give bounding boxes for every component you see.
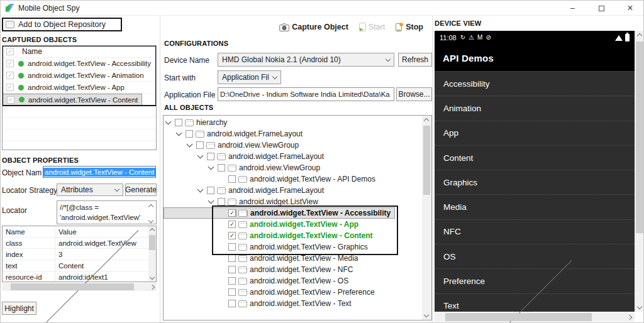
- checkbox-icon[interactable]: [175, 119, 182, 126]
- tree-item-label: android.widget.FrameLayout: [207, 129, 303, 138]
- checkbox-icon[interactable]: [218, 198, 225, 205]
- checkbox-icon[interactable]: [186, 130, 193, 138]
- application-file-input[interactable]: D:\OneDrive - Indium Software India Limi…: [218, 87, 394, 101]
- tree-item[interactable]: android.widget.TextView - Preference: [164, 287, 422, 298]
- tree-item[interactable]: android.view.ViewGroup: [164, 162, 422, 173]
- capture-object-button[interactable]: Capture Object: [279, 23, 348, 31]
- device-list-item[interactable]: Animation: [435, 96, 635, 121]
- element-icon: [206, 142, 215, 149]
- expander-icon[interactable]: [197, 187, 204, 193]
- device-list-item[interactable]: App: [435, 121, 635, 146]
- locator-strategy-select[interactable]: Attributes: [57, 183, 123, 196]
- refresh-button[interactable]: Refresh: [398, 53, 432, 67]
- expander-icon[interactable]: [165, 119, 172, 125]
- checkbox-icon[interactable]: [207, 153, 214, 160]
- tree-item[interactable]: android.view.ViewGroup: [164, 140, 422, 151]
- properties-horizontal-scrollbar[interactable]: [2, 283, 157, 291]
- close-button[interactable]: ×: [616, 1, 644, 16]
- checkbox-icon[interactable]: [228, 209, 236, 217]
- scroll-up-icon[interactable]: [148, 204, 153, 209]
- device-list-item[interactable]: Preference: [435, 269, 635, 293]
- tree-item-label: android.widget.TextView - Media: [250, 254, 358, 263]
- object-name-input[interactable]: android.widget.TextView - Content: [43, 166, 156, 178]
- add-to-object-repository-button[interactable]: Add to Object Repository: [2, 18, 122, 31]
- generate-button[interactable]: Generate: [125, 183, 157, 196]
- device-list-item[interactable]: Accessibility: [435, 72, 635, 96]
- tree-item[interactable]: android.widget.FrameLayout: [164, 185, 422, 196]
- device-vertical-scrollbar[interactable]: [635, 31, 644, 312]
- property-row[interactable]: resource-idandroid:id/text1: [3, 271, 156, 282]
- minimize-button[interactable]: −: [558, 1, 587, 16]
- device-list-item[interactable]: OS: [435, 244, 635, 269]
- expander-icon[interactable]: [208, 164, 214, 170]
- left-divider: [160, 16, 160, 322]
- tree-item[interactable]: android.widget.TextView - App: [164, 219, 422, 230]
- tree-item[interactable]: android.widget.ListView: [164, 196, 422, 207]
- property-row[interactable]: index3: [3, 249, 156, 260]
- checkbox-icon[interactable]: [207, 187, 214, 194]
- captured-object-row[interactable]: android.widget.TextView - Content: [3, 94, 142, 106]
- start-button[interactable]: Start: [359, 23, 385, 31]
- checkbox-icon[interactable]: [228, 221, 236, 228]
- captured-object-row[interactable]: android.widget.TextView - Accessibility: [3, 58, 156, 70]
- tree-item[interactable]: hierarchy: [164, 117, 422, 128]
- application-file-value: D:\OneDrive - Indium Software India Limi…: [220, 90, 390, 98]
- locator-textarea[interactable]: //*[@class = 'android.widget.TextView': [57, 200, 157, 224]
- tree-item[interactable]: android.widget.TextView - Media: [164, 253, 422, 264]
- checkbox-icon[interactable]: [6, 60, 14, 67]
- device-name-select[interactable]: HMD Global Nokia 2.1 (Android 10): [218, 53, 394, 67]
- tree-item[interactable]: android.widget.TextView - Graphics: [164, 241, 422, 253]
- device-list-item[interactable]: Media: [435, 195, 635, 219]
- checkbox-icon[interactable]: [228, 300, 236, 307]
- checkbox-icon[interactable]: [228, 266, 236, 273]
- captured-object-label: android.widget.TextView - Animation: [28, 72, 144, 79]
- checkbox-icon[interactable]: [228, 288, 236, 296]
- expander-icon[interactable]: [208, 198, 214, 204]
- property-row[interactable]: textContent: [3, 260, 156, 271]
- scroll-down-icon[interactable]: [148, 218, 153, 223]
- checkbox-icon[interactable]: [228, 277, 236, 285]
- device-list-item[interactable]: Graphics: [435, 170, 635, 195]
- capture-toolbar: Capture Object Start Stop: [163, 20, 423, 34]
- expander-icon[interactable]: [197, 153, 204, 159]
- checkbox-icon[interactable]: [218, 164, 225, 172]
- checkbox-icon[interactable]: [6, 84, 14, 91]
- tree-item[interactable]: android.widget.TextView - Accessibility: [164, 207, 395, 219]
- highlight-button[interactable]: Highlight: [2, 302, 36, 315]
- tree-item[interactable]: android.widget.TextView - Text: [164, 298, 422, 309]
- checkbox-icon[interactable]: [196, 141, 204, 149]
- tree-vertical-scrollbar[interactable]: [422, 116, 431, 320]
- stop-button[interactable]: Stop: [396, 23, 423, 31]
- checkbox-icon[interactable]: [228, 255, 236, 262]
- tree-item[interactable]: android.widget.TextView - NFC: [164, 264, 422, 275]
- maximize-button[interactable]: [587, 1, 616, 16]
- expander-icon[interactable]: [176, 130, 182, 136]
- captured-objects-list[interactable]: Name android.widget.TextView - Accessibi…: [2, 45, 157, 150]
- checkbox-icon[interactable]: [6, 72, 14, 79]
- tree-item-label: android.widget.TextView - OS: [250, 276, 348, 285]
- checkbox-icon[interactable]: [228, 243, 236, 251]
- property-value: android.widget.TextView: [55, 239, 156, 247]
- device-horizontal-scrollbar[interactable]: [435, 312, 635, 322]
- tree-item-label: android.widget.TextView - NFC: [250, 265, 353, 274]
- properties-vertical-scrollbar[interactable]: [148, 226, 156, 282]
- checkbox-icon[interactable]: [228, 232, 236, 239]
- tree-item[interactable]: android.widget.TextView - API Demos: [164, 173, 422, 185]
- device-list-item[interactable]: Content: [435, 146, 635, 170]
- browse-button[interactable]: Browse...: [396, 87, 432, 101]
- select-all-checkbox[interactable]: [6, 48, 14, 55]
- captured-object-row[interactable]: android.widget.TextView - Animation: [3, 70, 156, 82]
- tree-item[interactable]: android.widget.TextView - OS: [164, 275, 422, 287]
- device-list-item[interactable]: NFC: [435, 220, 635, 244]
- configurations-header: CONFIGURATIONS: [164, 40, 228, 47]
- expander-icon[interactable]: [187, 141, 193, 148]
- checkbox-icon[interactable]: [7, 96, 14, 104]
- all-objects-tree[interactable]: hierarchyandroid.widget.FrameLayoutandro…: [163, 115, 432, 320]
- captured-object-row[interactable]: android.widget.TextView - App: [3, 82, 156, 94]
- tree-item[interactable]: android.widget.FrameLayout: [164, 151, 422, 162]
- checkbox-icon[interactable]: [228, 175, 236, 183]
- device-screen[interactable]: 11:08 ↻⚠M⊘ API Demos AccessibilityAnimat…: [435, 31, 635, 312]
- start-with-select[interactable]: Application File: [218, 70, 281, 84]
- tree-item[interactable]: android.widget.TextView - Content: [164, 230, 422, 241]
- tree-item[interactable]: android.widget.FrameLayout: [164, 128, 422, 140]
